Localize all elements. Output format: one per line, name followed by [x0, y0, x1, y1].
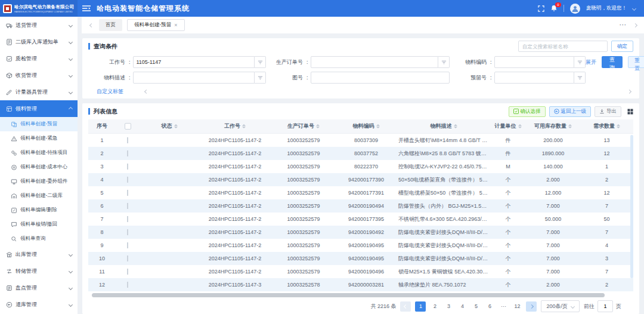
row-checkbox[interactable]	[127, 190, 128, 196]
tags-scroll-right-icon[interactable]	[627, 90, 631, 94]
search-button[interactable]: 查询	[602, 56, 623, 68]
table-row[interactable]: 1 2024HPC1105-1147-21000325257980037309开…	[88, 134, 633, 147]
row-checkbox[interactable]	[127, 242, 128, 248]
sidebar-group-item[interactable]: 领料管理	[0, 100, 78, 117]
row-checkbox[interactable]	[127, 177, 128, 183]
sort-icon[interactable]	[518, 124, 522, 129]
sidebar-group-item[interactable]: 质检管理	[0, 50, 78, 67]
filter-addon-icon[interactable]	[574, 56, 586, 68]
sort-icon[interactable]	[568, 124, 572, 129]
row-checkbox[interactable]	[127, 216, 128, 222]
filter-addon-icon[interactable]	[255, 72, 266, 84]
avatar[interactable]	[570, 4, 580, 14]
filter-addon-icon[interactable]	[574, 72, 586, 84]
table-row[interactable]: 2 2024HPC1105-1147-21000325257980037752六…	[88, 147, 633, 160]
tab-close-icon[interactable]: ×	[174, 23, 177, 28]
notification-bell-icon[interactable]: 0	[550, 5, 558, 12]
goto-page-input[interactable]	[597, 300, 613, 312]
confirm-tag-button[interactable]: 确定	[611, 41, 633, 52]
table-row[interactable]: 7 2024HPC1105-1147-210003252579942000177…	[88, 213, 633, 226]
user-menu-chevron-icon[interactable]	[632, 6, 636, 10]
row-checkbox[interactable]	[127, 282, 128, 288]
page-number[interactable]: 5	[471, 301, 481, 312]
table-row[interactable]: 5 2024HPC1105-1147-210003252579942000177…	[88, 186, 633, 199]
field-input[interactable]	[494, 56, 574, 68]
sort-icon[interactable]	[376, 124, 380, 129]
table-header-cell[interactable]: 物料描述	[396, 122, 491, 130]
filter-addon-icon[interactable]	[438, 56, 450, 68]
row-checkbox[interactable]	[127, 164, 128, 170]
export-button[interactable]: 导出	[595, 106, 621, 117]
sidebar-group-item[interactable]: 二级库入库通知单	[0, 33, 78, 50]
next-page-button[interactable]	[526, 301, 537, 312]
sidebar-sub-item[interactable]: 领料单创建-特殊项目	[0, 146, 78, 160]
table-row[interactable]: 4 2024HPC1105-1147-210003252579942000177…	[88, 173, 633, 186]
field-input[interactable]	[133, 56, 255, 68]
table-header-cell[interactable]: 计量单位	[491, 122, 525, 130]
sidebar-group-item[interactable]: 收货管理	[0, 67, 78, 84]
page-number[interactable]: 1	[415, 301, 426, 312]
table-header-cell[interactable]: 需求数量	[581, 122, 632, 130]
menu-collapse-icon[interactable]	[82, 5, 91, 11]
sidebar-sub-item[interactable]: 领料单创建-二级库	[0, 189, 78, 203]
sidebar-group-item[interactable]: 计量器具管理	[0, 84, 78, 100]
tabs-scroll-right-icon[interactable]	[633, 23, 637, 27]
table-row[interactable]: 6 2024HPC1105-1147-210003252579942000190…	[88, 199, 633, 213]
expand-link[interactable]: 展开	[586, 59, 596, 66]
row-checkbox[interactable]	[127, 137, 128, 143]
field-input[interactable]	[311, 56, 438, 68]
page-number[interactable]: 3	[444, 301, 453, 312]
row-checkbox[interactable]	[127, 255, 128, 261]
page-number[interactable]: 2	[430, 301, 439, 312]
sidebar-sub-item[interactable]: 领料单编辑/删除	[0, 203, 78, 217]
sidebar-sub-item[interactable]: 领料单核销/撤回	[0, 217, 78, 232]
page-size-select[interactable]: 200条/页	[541, 300, 580, 312]
page-number[interactable]: 6	[485, 301, 494, 312]
table-header-cell[interactable]: 可用库存数量	[525, 122, 581, 130]
page-number[interactable]: 12	[512, 301, 522, 312]
tags-scroll-left-icon[interactable]	[144, 90, 148, 94]
tab-item[interactable]: 领料单创建-预留 ×	[127, 19, 185, 31]
tab-more-icon[interactable]: ···	[620, 22, 627, 28]
table-row[interactable]: 3 2024HPC1105-1147-21000325257980222370控…	[88, 160, 633, 173]
tabs-scroll-left-icon[interactable]	[89, 23, 94, 27]
table-row[interactable]: 10 2024HPC1105-1147-21000325257994200019…	[88, 252, 633, 265]
reset-button[interactable]: 重置	[628, 56, 644, 68]
table-row[interactable]: 8 2024HPC1105-1147-210003252579942000190…	[88, 226, 633, 239]
custom-tag-name-input[interactable]	[518, 41, 608, 52]
field-input[interactable]	[133, 72, 255, 84]
table-row[interactable]: 9 2024HPC1105-1147-210003252579942000190…	[88, 239, 633, 252]
sort-icon[interactable]	[174, 124, 178, 129]
sort-icon[interactable]	[617, 124, 620, 129]
table-vertical-scrollbar[interactable]	[630, 135, 633, 278]
table-header-cell[interactable]: 工作号	[199, 122, 271, 130]
sidebar-sub-item[interactable]: 领料单创建-委外组件	[0, 174, 78, 189]
table-header-cell[interactable]: 物料编码	[336, 122, 396, 130]
sidebar-group-item[interactable]: 退库管理	[0, 296, 78, 313]
table-row[interactable]: 12 2024HPC1105-1147-31000325257894200000…	[88, 278, 633, 291]
tab-item[interactable]: 首页	[99, 19, 122, 31]
horizontal-scrollbar-thumb[interactable]	[92, 293, 605, 297]
field-input[interactable]	[311, 72, 450, 84]
sidebar-group-item[interactable]: 送货管理	[0, 17, 78, 33]
custom-tag-link[interactable]: 自定义标签	[97, 88, 123, 96]
table-header-cell[interactable]: 生产订单号	[271, 122, 336, 130]
sidebar-sub-item[interactable]: 领料单查询	[0, 232, 78, 246]
row-checkbox[interactable]	[127, 150, 128, 156]
field-input[interactable]	[494, 72, 574, 84]
row-checkbox[interactable]	[127, 229, 128, 235]
select-all-checkbox[interactable]	[125, 123, 131, 130]
filter-addon-icon[interactable]	[255, 56, 266, 68]
sort-icon[interactable]	[316, 124, 320, 129]
sort-icon[interactable]	[454, 124, 457, 129]
table-row[interactable]: 11 2024HPC1105-1147-21000325257994200019…	[88, 265, 633, 278]
row-checkbox[interactable]	[127, 203, 128, 209]
confirm-select-button[interactable]: 确认选择	[509, 106, 546, 117]
sort-icon[interactable]	[242, 124, 246, 129]
table-header-cell[interactable]: 状态	[140, 122, 199, 130]
page-number[interactable]: 4	[457, 301, 467, 312]
fullscreen-icon[interactable]	[538, 5, 544, 12]
prev-page-button[interactable]	[400, 301, 411, 312]
sidebar-group-item[interactable]: 转储管理	[0, 263, 78, 279]
back-button[interactable]: 返回上一级	[549, 106, 592, 117]
